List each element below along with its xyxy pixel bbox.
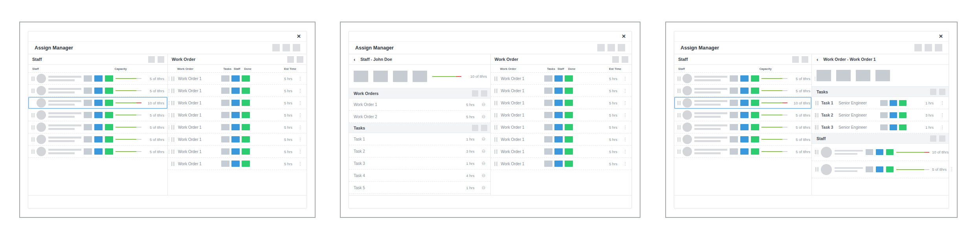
drag-handle-icon[interactable] xyxy=(172,101,174,105)
drag-handle-icon[interactable] xyxy=(32,150,34,154)
back-icon[interactable]: ‹ xyxy=(817,57,818,62)
drag-handle-icon[interactable] xyxy=(495,125,497,130)
work-order-row[interactable]: Work Order 15 hrs⋮ xyxy=(491,121,632,133)
kebab-menu-icon[interactable]: ⋮ xyxy=(298,162,303,166)
staff-row[interactable]: 5 of 8hrs⋮ xyxy=(674,121,811,133)
drag-handle-icon[interactable] xyxy=(172,89,174,93)
kebab-menu-icon[interactable]: ⋮ xyxy=(298,113,303,117)
placeholder-button[interactable] xyxy=(802,56,808,63)
work-order-row[interactable]: Work Order 15 hrs⋮ xyxy=(491,133,632,146)
drag-handle-icon[interactable] xyxy=(32,125,34,130)
work-order-row[interactable]: Work Order 15 hrs⋮ xyxy=(168,109,306,121)
placeholder-button[interactable] xyxy=(939,135,945,142)
drag-handle-icon[interactable] xyxy=(678,125,680,130)
drag-handle-icon[interactable] xyxy=(495,101,497,105)
kebab-menu-icon[interactable]: ⋮ xyxy=(298,89,303,93)
kebab-menu-icon[interactable]: ⋮ xyxy=(940,113,945,117)
task-item[interactable]: Task 11 hrs⊖ xyxy=(349,133,490,145)
remove-icon[interactable]: ⊖ xyxy=(481,102,485,107)
staff-row[interactable]: 5 of 8hrs⋮ xyxy=(674,85,811,97)
staff-row[interactable]: 5 of 8hrs⋮ xyxy=(28,109,167,121)
work-order-row[interactable]: Work Order 15 hrs⋮ xyxy=(168,133,306,146)
work-order-row[interactable]: Work Order 15 hrs⋮ xyxy=(168,85,306,97)
placeholder-button[interactable] xyxy=(283,44,290,51)
work-order-row[interactable]: Work Order 15 hrs⋮ xyxy=(491,158,632,170)
kebab-menu-icon[interactable]: ⋮ xyxy=(298,77,303,81)
kebab-menu-icon[interactable]: ⋮ xyxy=(623,101,628,105)
kebab-menu-icon[interactable]: ⋮ xyxy=(298,101,303,105)
drag-handle-icon[interactable] xyxy=(678,137,680,142)
placeholder-button[interactable] xyxy=(481,90,487,97)
placeholder-button[interactable] xyxy=(472,125,478,131)
placeholder-button[interactable] xyxy=(935,44,942,51)
placeholder-button[interactable] xyxy=(272,44,280,51)
staff-row[interactable]: 5 of 8hrs⋮ xyxy=(28,146,167,158)
drag-handle-icon[interactable] xyxy=(678,150,680,154)
close-icon[interactable]: ✕ xyxy=(297,34,301,39)
placeholder-button[interactable] xyxy=(930,89,936,95)
kebab-menu-icon[interactable]: ⋮ xyxy=(623,113,628,117)
assigned-staff-row[interactable]: 5 of 8hrs⋮ xyxy=(812,161,949,178)
work-order-item[interactable]: Work Order 25 hrs⊖ xyxy=(349,111,490,123)
remove-icon[interactable]: ⊖ xyxy=(481,185,485,190)
drag-handle-icon[interactable] xyxy=(495,113,497,117)
kebab-menu-icon[interactable]: ⋮ xyxy=(623,125,628,130)
work-order-row[interactable]: Work Order 15 hrs⋮ xyxy=(491,73,632,85)
drag-handle-icon[interactable] xyxy=(816,167,818,172)
placeholder-button[interactable] xyxy=(148,56,155,63)
close-icon[interactable]: ✕ xyxy=(622,34,626,39)
drag-handle-icon[interactable] xyxy=(678,77,680,81)
work-order-item[interactable]: Work Order 15 hrs⊖ xyxy=(349,99,490,111)
placeholder-button[interactable] xyxy=(472,90,478,97)
staff-row-selected[interactable]: 10 of 8hrs xyxy=(674,97,811,109)
work-order-row[interactable]: Work Order 15 hrs⋮ xyxy=(491,146,632,158)
drag-handle-icon[interactable] xyxy=(495,137,497,142)
placeholder-button[interactable] xyxy=(792,56,799,63)
work-order-row[interactable]: Work Order 15 hrs⋮ xyxy=(168,121,306,133)
staff-row[interactable]: 5 of 8hrs⋮ xyxy=(674,133,811,146)
assigned-staff-row[interactable]: 10 of 8hrs xyxy=(812,144,949,161)
remove-icon[interactable]: ⊖ xyxy=(481,161,485,166)
drag-handle-icon[interactable] xyxy=(816,101,818,105)
drag-handle-icon[interactable] xyxy=(816,125,818,130)
task-item[interactable]: Task 44 hrs⊖ xyxy=(349,170,490,182)
placeholder-button[interactable] xyxy=(287,56,294,63)
kebab-menu-icon[interactable]: ⋮ xyxy=(940,101,945,105)
drag-handle-icon[interactable] xyxy=(172,77,174,81)
staff-row[interactable]: 5 of 8hrs⋮ xyxy=(674,146,811,158)
task-item[interactable]: Task 51 hrs⊖ xyxy=(349,182,490,194)
placeholder-button[interactable] xyxy=(914,44,922,51)
drag-handle-icon[interactable] xyxy=(678,89,680,93)
work-order-row[interactable]: Work Order 15 hrs⋮ xyxy=(491,85,632,97)
task-row[interactable]: Task 2Senior Engineer3 hrs⋮ xyxy=(812,109,949,121)
kebab-menu-icon[interactable]: ⋮ xyxy=(623,89,628,93)
placeholder-button[interactable] xyxy=(622,56,628,63)
staff-row-selected[interactable]: 10 of 8hrs⋮ xyxy=(28,97,167,109)
work-order-row[interactable]: Work Order 15 hrs⋮ xyxy=(491,109,632,121)
remove-icon[interactable]: ⊖ xyxy=(481,173,485,178)
back-icon[interactable]: ‹ xyxy=(354,57,355,62)
staff-row[interactable]: 5 of 8hrs⋮ xyxy=(674,73,811,85)
kebab-menu-icon[interactable]: ⋮ xyxy=(298,150,303,154)
placeholder-button[interactable] xyxy=(939,89,945,95)
task-item[interactable]: Task 31 hrs⊖ xyxy=(349,157,490,170)
drag-handle-icon[interactable] xyxy=(32,113,34,117)
placeholder-button[interactable] xyxy=(925,44,932,51)
placeholder-button[interactable] xyxy=(481,125,487,131)
task-row[interactable]: Task 3Senior Engineer1 hrs⋮ xyxy=(812,121,949,133)
placeholder-button[interactable] xyxy=(618,44,625,51)
work-order-row[interactable]: Work Order 15 hrs⋮ xyxy=(168,158,306,170)
placeholder-button[interactable] xyxy=(612,56,619,63)
drag-handle-icon[interactable] xyxy=(172,125,174,130)
staff-row[interactable]: 5 of 8hrs⋮ xyxy=(28,73,167,85)
drag-handle-icon[interactable] xyxy=(172,137,174,142)
drag-handle-icon[interactable] xyxy=(678,113,680,117)
staff-row[interactable]: 5 of 8hrs⋮ xyxy=(28,121,167,133)
work-order-row[interactable]: Work Order 15 hrs⋮ xyxy=(168,97,306,109)
work-order-row[interactable]: Work Order 15 hrs⋮ xyxy=(168,146,306,158)
kebab-menu-icon[interactable]: ⋮ xyxy=(298,125,303,130)
work-order-row[interactable]: Work Order 15 hrs⋮ xyxy=(168,73,306,85)
work-order-row[interactable]: Work Order 15 hrs⋮ xyxy=(491,97,632,109)
placeholder-button[interactable] xyxy=(930,135,936,142)
kebab-menu-icon[interactable]: ⋮ xyxy=(940,125,945,130)
